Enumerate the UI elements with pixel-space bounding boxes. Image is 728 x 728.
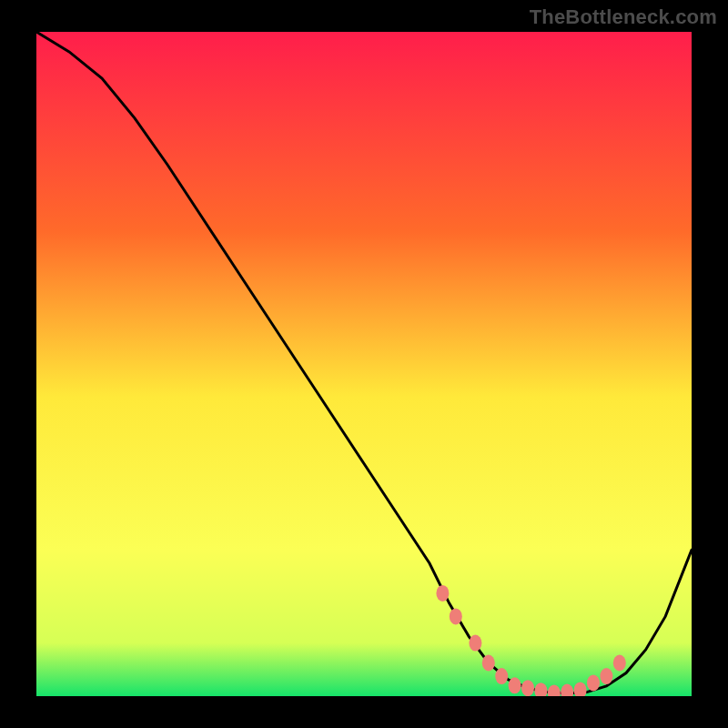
chart-frame: TheBottleneck.com [0,0,728,728]
plot-area [36,32,692,696]
curve-dot [600,668,612,684]
chart-svg [36,32,692,696]
curve-dot [495,668,508,684]
curve-dot [521,680,534,696]
curve-dot [469,635,481,652]
curve-dot [587,674,600,691]
curve-dot [450,608,462,624]
curve-dot [436,585,449,602]
gradient-background [36,32,692,696]
curve-dot [482,655,495,672]
curve-dot [613,655,626,672]
curve-dot [509,677,521,693]
watermark-text: TheBottleneck.com [530,5,717,29]
